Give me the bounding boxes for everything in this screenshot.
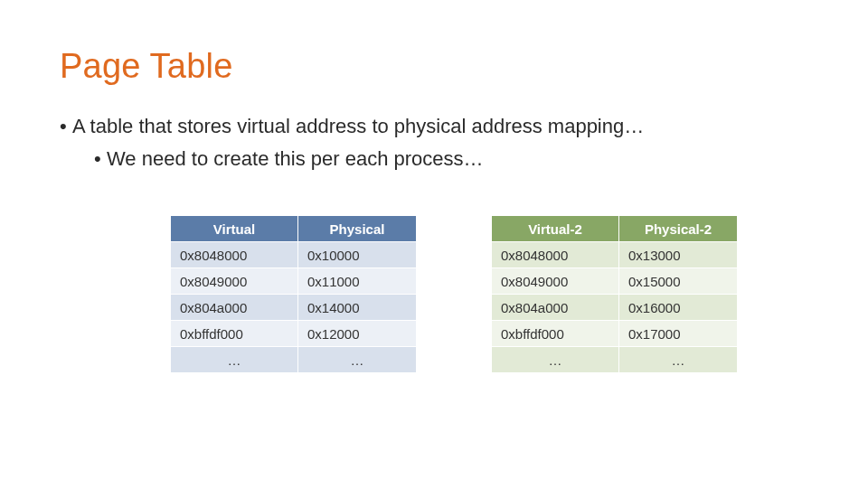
cell-physical: 0x13000 (619, 242, 738, 268)
cell-physical: 0x11000 (298, 268, 417, 295)
table-row: … … (492, 347, 738, 373)
bullet-2-text: We need to create this per each process… (107, 147, 484, 170)
table-row: 0xbffdf000 0x12000 (171, 321, 417, 347)
cell-physical: 0x17000 (619, 321, 738, 347)
table-row: … … (171, 347, 417, 373)
cell-ellipsis: … (619, 347, 738, 373)
page-table-2: Virtual-2 Physical-2 0x8048000 0x13000 0… (491, 215, 738, 373)
table-header-row: Virtual Physical (171, 216, 417, 242)
bullet-level-2: •We need to create this per each process… (94, 145, 808, 173)
table-row: 0x804a000 0x16000 (492, 295, 738, 321)
bullet-level-1: •A table that stores virtual address to … (60, 113, 808, 140)
bullet-1-text: A table that stores virtual address to p… (72, 115, 644, 137)
table-row: 0x8049000 0x15000 (492, 268, 738, 295)
cell-ellipsis: … (298, 347, 417, 373)
bullet-dot-icon: • (60, 113, 72, 140)
cell-ellipsis: … (171, 347, 298, 373)
cell-virtual: 0x8049000 (171, 268, 298, 295)
cell-physical: 0x16000 (619, 295, 738, 321)
table-row: 0x8049000 0x11000 (171, 268, 417, 295)
cell-physical: 0x15000 (619, 268, 738, 295)
col-header-virtual-2: Virtual-2 (492, 216, 619, 242)
cell-virtual: 0x8049000 (492, 268, 619, 295)
cell-ellipsis: … (492, 347, 619, 373)
slide: Page Table •A table that stores virtual … (0, 0, 868, 488)
cell-virtual: 0x8048000 (492, 242, 619, 268)
bullet-list: •A table that stores virtual address to … (60, 113, 808, 172)
cell-physical: 0x12000 (298, 321, 417, 347)
cell-virtual: 0xbffdf000 (492, 321, 619, 347)
bullet-dot-icon: • (94, 145, 107, 173)
table-header-row: Virtual-2 Physical-2 (492, 216, 738, 242)
page-table-1: Virtual Physical 0x8048000 0x10000 0x804… (170, 215, 417, 373)
tables-container: Virtual Physical 0x8048000 0x10000 0x804… (60, 215, 808, 373)
cell-virtual: 0x804a000 (492, 295, 619, 321)
cell-virtual: 0x8048000 (171, 242, 298, 268)
cell-virtual: 0x804a000 (171, 295, 298, 321)
page-title: Page Table (60, 47, 808, 86)
cell-physical: 0x14000 (298, 295, 417, 321)
table-row: 0x8048000 0x13000 (492, 242, 738, 268)
col-header-physical: Physical (298, 216, 417, 242)
col-header-physical-2: Physical-2 (619, 216, 738, 242)
col-header-virtual: Virtual (171, 216, 298, 242)
cell-virtual: 0xbffdf000 (171, 321, 298, 347)
table-row: 0xbffdf000 0x17000 (492, 321, 738, 347)
table-row: 0x804a000 0x14000 (171, 295, 417, 321)
table-row: 0x8048000 0x10000 (171, 242, 417, 268)
cell-physical: 0x10000 (298, 242, 417, 268)
